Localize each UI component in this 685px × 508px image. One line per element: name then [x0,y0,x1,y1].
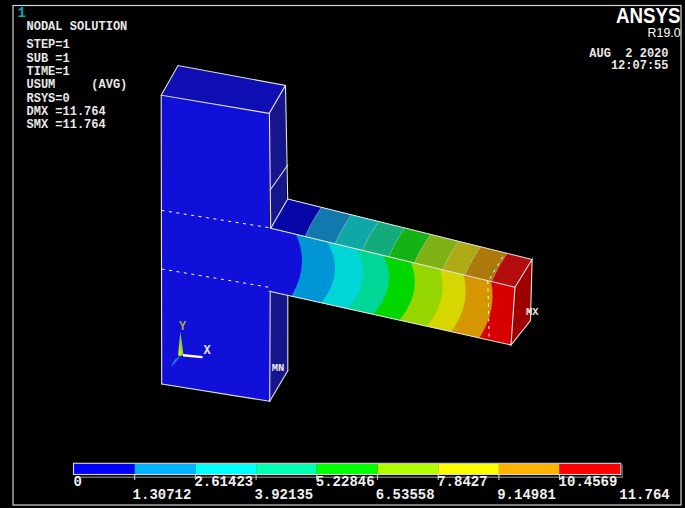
svg-text:TIME=1: TIME=1 [27,65,70,79]
svg-text:0: 0 [74,474,82,490]
svg-text:NODAL SOLUTION: NODAL SOLUTION [27,20,128,34]
svg-text:Y: Y [179,320,187,334]
svg-text:5.22846: 5.22846 [316,474,375,490]
svg-text:3.92135: 3.92135 [254,487,313,503]
svg-text:1.30712: 1.30712 [133,487,192,503]
svg-text:RSYS=0: RSYS=0 [27,92,70,106]
svg-text:9.14981: 9.14981 [497,487,556,503]
svg-text:STEP=1: STEP=1 [27,38,70,52]
svg-text:X: X [204,344,212,358]
svg-text:USUM (AVG): USUM (AVG) [27,78,128,92]
svg-text:10.4569: 10.4569 [559,474,618,490]
svg-text:1: 1 [18,5,26,21]
svg-text:ANSYS: ANSYS [616,4,681,28]
svg-text:12:07:55: 12:07:55 [611,59,669,73]
svg-text:MN: MN [272,362,285,374]
svg-text:MX: MX [526,306,539,318]
svg-text:6.53558: 6.53558 [376,487,435,503]
svg-text:R19.0: R19.0 [648,25,681,40]
svg-text:DMX =11.764: DMX =11.764 [27,105,106,119]
svg-text:SUB =1: SUB =1 [27,52,70,66]
svg-text:11.764: 11.764 [619,487,669,503]
svg-text:7.8427: 7.8427 [437,474,487,490]
svg-text:2.61423: 2.61423 [194,474,253,490]
svg-text:SMX =11.764: SMX =11.764 [27,118,106,132]
